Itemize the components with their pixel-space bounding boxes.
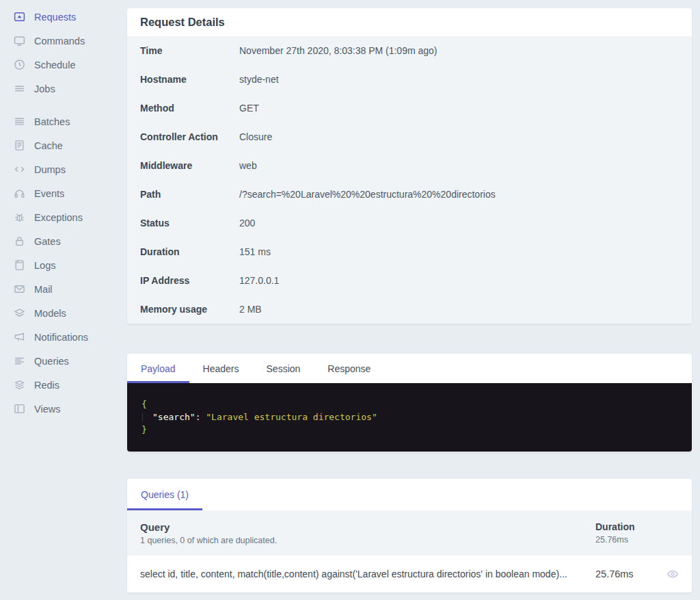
detail-row-middleware: Middleware web <box>127 151 692 180</box>
sidebar: Requests Commands Schedule Jobs Batches <box>0 0 127 592</box>
sidebar-item-label: Dumps <box>34 164 66 175</box>
sidebar-item-label: Exceptions <box>34 212 83 223</box>
detail-row-duration: Duration 151 ms <box>127 237 692 266</box>
sidebar-item-events[interactable]: Events <box>0 181 127 205</box>
journal-icon <box>14 259 25 271</box>
sidebar-item-exceptions[interactable]: Exceptions <box>0 205 127 229</box>
query-column-header: Query 1 queries, 0 of which are duplicat… <box>140 521 277 545</box>
detail-value: styde-net <box>239 74 692 85</box>
lock-icon <box>14 235 25 247</box>
detail-row-method: Method GET <box>127 94 692 122</box>
query-column-label: Query <box>140 521 277 533</box>
detail-label: Time <box>140 45 239 56</box>
detail-label: Middleware <box>140 160 239 171</box>
sidebar-item-label: Events <box>34 188 64 199</box>
detail-value: 151 ms <box>239 246 692 257</box>
layers-icon <box>14 307 25 319</box>
code-colon: : <box>196 412 206 422</box>
stack-icon <box>14 379 25 391</box>
queries-table-header: Query 1 queries, 0 of which are duplicat… <box>127 510 692 556</box>
detail-row-ip-address: IP Address 127.0.0.1 <box>127 266 692 295</box>
app-layout: Requests Commands Schedule Jobs Batches <box>0 0 700 592</box>
sidebar-item-label: Views <box>34 404 60 415</box>
sidebar-item-cache[interactable]: Cache <box>0 133 127 157</box>
tab-session[interactable]: Session <box>253 354 314 383</box>
sidebar-item-label: Logs <box>34 260 55 271</box>
panel-header: Request Details <box>127 8 692 36</box>
sidebar-item-label: Mail <box>34 284 53 295</box>
detail-row-controller-action: Controller Action Closure <box>127 122 692 151</box>
detail-label: Hostname <box>140 74 239 85</box>
sidebar-item-dumps[interactable]: Dumps <box>0 157 127 181</box>
detail-label: Path <box>140 189 239 200</box>
query-column-subtext: 1 queries, 0 of which are duplicated. <box>140 536 277 545</box>
sidebar-item-queries[interactable]: Queries <box>0 349 127 373</box>
request-details-panel: Request Details Time November 27th 2020,… <box>127 8 692 324</box>
sidebar-item-label: Queries <box>34 356 69 367</box>
sidebar-item-logs[interactable]: Logs <box>0 253 127 277</box>
detail-label: IP Address <box>140 275 239 286</box>
detail-label: Method <box>140 103 239 114</box>
sidebar-item-jobs[interactable]: Jobs <box>0 77 127 101</box>
tab-payload[interactable]: Payload <box>127 354 189 383</box>
bug-icon <box>14 211 25 223</box>
query-sql-text: select id, title, content, match(title,c… <box>140 569 595 579</box>
sidebar-item-label: Schedule <box>34 60 75 70</box>
sidebar-item-schedule[interactable]: Schedule <box>0 53 127 77</box>
sidebar-item-requests[interactable]: Requests <box>0 5 127 29</box>
code-string-value: "Laravel estructura directorios" <box>206 412 377 422</box>
code-brackets-icon <box>14 164 25 175</box>
code-close-brace: } <box>142 424 147 434</box>
sidebar-item-label: Gates <box>34 236 61 247</box>
tab-headers[interactable]: Headers <box>189 354 253 383</box>
window-icon <box>14 403 25 415</box>
tab-response[interactable]: Response <box>314 354 384 383</box>
query-duration-value: 25.76ms <box>595 569 656 579</box>
duration-column-label: Duration <box>595 521 679 532</box>
sidebar-item-label: Jobs <box>34 83 55 94</box>
monitor-icon <box>14 35 25 47</box>
table-row: select id, title, content, match(title,c… <box>127 556 692 592</box>
sidebar-item-models[interactable]: Models <box>0 301 127 325</box>
detail-value: GET <box>239 103 692 114</box>
sidebar-item-views[interactable]: Views <box>0 397 127 421</box>
detail-value: 127.0.0.1 <box>239 275 692 286</box>
query-lines-icon <box>14 355 25 367</box>
sidebar-item-label: Requests <box>34 12 76 23</box>
duration-column-subtext: 25.76ms <box>595 535 679 545</box>
page-title: Request Details <box>140 16 225 29</box>
detail-row-time: Time November 27th 2020, 8:03:38 PM (1:0… <box>127 36 692 65</box>
sidebar-item-commands[interactable]: Commands <box>0 29 127 53</box>
requests-icon <box>14 11 25 23</box>
sidebar-item-batches[interactable]: Batches <box>0 109 127 133</box>
view-query-eye-icon[interactable] <box>656 568 679 580</box>
sidebar-item-label: Commands <box>34 36 85 47</box>
sidebar-item-notifications[interactable]: Notifications <box>0 325 127 349</box>
payload-panel: Payload Headers Session Response {"searc… <box>127 354 692 452</box>
detail-row-path: Path /?search=%20Laravel%20%20estructura… <box>127 180 692 209</box>
sidebar-item-redis[interactable]: Redis <box>0 373 127 397</box>
tab-queries[interactable]: Queries (1) <box>127 479 202 510</box>
envelope-icon <box>14 283 25 295</box>
detail-label: Memory usage <box>140 304 239 315</box>
sidebar-item-label: Models <box>34 308 66 319</box>
document-icon <box>14 140 25 151</box>
detail-value: 2 MB <box>239 304 692 315</box>
request-details-table: Time November 27th 2020, 8:03:38 PM (1:0… <box>127 36 692 324</box>
duration-column-header: Duration 25.76ms <box>595 521 679 545</box>
detail-value: /?search=%20Laravel%20%20estructura%20%2… <box>239 189 692 200</box>
sidebar-item-label: Cache <box>34 140 63 151</box>
payload-tab-bar: Payload Headers Session Response <box>127 354 692 383</box>
headphones-icon <box>14 187 25 199</box>
detail-value: 200 <box>239 218 692 229</box>
code-open-brace: { <box>142 399 147 409</box>
detail-value: Closure <box>239 131 692 142</box>
detail-row-memory-usage: Memory usage 2 MB <box>127 295 692 324</box>
queries-tab-bar: Queries (1) <box>127 479 692 510</box>
sidebar-item-mail[interactable]: Mail <box>0 277 127 301</box>
sidebar-item-gates[interactable]: Gates <box>0 229 127 253</box>
sidebar-item-label: Redis <box>34 380 59 391</box>
sidebar-item-label: Batches <box>34 116 70 127</box>
spacer <box>127 324 692 354</box>
queries-panel: Queries (1) Query 1 queries, 0 of which … <box>127 479 692 592</box>
